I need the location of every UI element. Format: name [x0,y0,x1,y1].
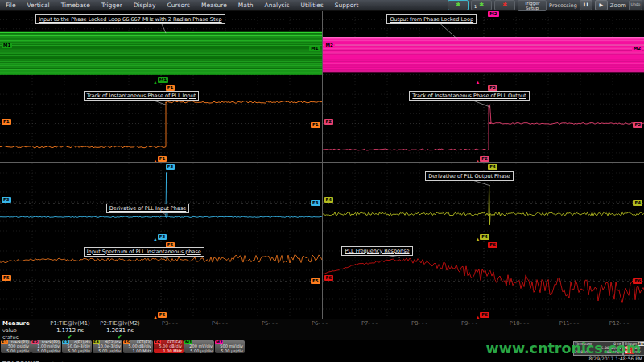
descriptor-hscale-F6: 1.00 MHz [154,349,184,354]
menu-item-cursors[interactable]: Cursors [161,0,196,10]
measure-icon[interactable]: ✱1 [471,0,492,10]
trace-tag-right-M2[interactable]: M2 [632,46,642,51]
descriptor-M2[interactable]: M2500 mV/div5.00 µs/div [215,340,245,353]
measure-name-p9[interactable]: P9- - - [444,320,494,327]
measure-value-p1: 1.1712 ns [45,327,95,334]
measure-table: MeasureP1:TIE@lv(M1)P2:TIE@lv(M2)P3- - -… [0,319,644,340]
menu-item-utilities[interactable]: Utilities [295,0,329,10]
measure-name-p4[interactable]: P4- - - [195,320,245,327]
menu-item-math[interactable]: Math [233,0,259,10]
menu-item-timebase[interactable]: Timebase [56,0,96,10]
panel-track-output-phase[interactable]: Track of Instantaneous Phase of PLL Outp… [323,84,644,162]
trace-tag-bottom-F3[interactable]: F3 [158,234,167,240]
wavescan-icon[interactable]: ✱ [448,0,469,10]
measure-row-label-Measure: Measure [0,320,45,327]
descriptor-F1[interactable]: F1track(P1)500 ps/div5.00 µs/div [1,340,31,353]
measure-name-p1[interactable]: P1:TIE@lv(M1) [45,320,95,327]
trigger-marker-M1: ▲ [154,80,157,84]
panel-pll-input-signal[interactable]: Input to the Phase Locked Loop 66.667 MH… [0,10,322,84]
panel-pll-frequency-response[interactable]: PLL Frequency ResponseF6F6F6F6▲ [323,241,644,319]
measure-name-p2[interactable]: P2:TIE@lv(M2) [95,320,145,327]
panel-title-derivative-output-phase: Derivative of PLL Output Phase [425,171,513,181]
trace-tag-left-F6[interactable]: F6 [324,275,334,281]
trace-tag-right-F3[interactable]: F3 [311,200,320,206]
pause-button[interactable]: ❚❚ [580,0,592,10]
trace-tag-left-M2[interactable]: M2 [324,43,335,48]
descriptor-hscale-M1: 5.00 µs/div [184,349,214,354]
trace-tag-bottom-F5[interactable]: F5 [158,312,167,318]
trace-tag-top-M2[interactable]: M2 [488,11,498,17]
undo-button[interactable]: Undo [629,0,642,10]
measure-name-p12[interactable]: P12- - - [594,320,644,327]
descriptor-hscale-F1: 5.00 µs/div [1,349,31,354]
measure-name-p7[interactable]: P7- - - [345,320,394,327]
panel-input-phase-spectrum[interactable]: Input Spectrum of PLL Instantaneous phas… [0,241,322,319]
measure-value-p2: 1.2031 ns [95,327,145,334]
measure-status-p1: ✔ [45,335,95,340]
measure-name-p6[interactable]: P6- - - [295,320,345,327]
descriptor-F2[interactable]: F2track(P2)1.00 ns/div5.00 µs/div [31,340,61,353]
trace-tag-left-F1[interactable]: F1 [2,119,11,125]
menu-item-support[interactable]: Support [329,0,365,10]
measure-name-p5[interactable]: P5- - - [245,320,295,327]
zoom-label: Zoom [610,2,626,9]
play-button[interactable]: ▶ [595,0,608,10]
trigger-marker-F1: ▲ [154,158,157,162]
trace-tag-right-F6[interactable]: F6 [633,278,642,284]
panel-track-input-phase[interactable]: Track of Instantaneous Phase of PLL Inpu… [0,84,322,162]
menu-item-analysis[interactable]: Analysis [259,0,295,10]
trace-tag-bottom-F1[interactable]: F1 [158,156,167,162]
menu-item-measure[interactable]: Measure [196,0,233,10]
trace-tag-bottom-F2[interactable]: F2 [480,156,489,162]
trace-tag-top-F4[interactable]: F4 [488,164,497,170]
descriptor-F4[interactable]: F4d(F2)/dx10.0e-3/div5.00 µs/div [93,340,122,353]
trigger-marker-F4: ▲ [476,237,479,241]
measure-name-p3[interactable]: P3- - - [145,320,195,327]
waveform-svg-M2 [323,10,644,84]
processing-label: Processing [549,2,577,9]
stop-icon[interactable]: ✱ [494,0,515,10]
datetime-label: 8/29/2017 1:48:56 PM [588,356,642,361]
measure-name-p8[interactable]: P8- - - [394,320,444,327]
trace-tag-top-F3[interactable]: F3 [166,164,175,170]
descriptor-M1[interactable]: M1200 mV/div5.00 µs/div [184,340,214,353]
trace-tag-left-F2[interactable]: F2 [324,119,334,125]
descriptor-F3[interactable]: F3d(F1)/dx50.0e-3/div5.00 µs/div [62,340,92,353]
measure-status-p2: ✔ [95,335,145,340]
oscilloscope-screen: FileVerticalTimebaseTriggerDisplayCursor… [0,0,644,362]
measure-name-p11[interactable]: P11- - - [544,320,594,327]
trace-tag-left-F5[interactable]: F5 [2,275,11,281]
panel-title-pll-input-signal: Input to the Phase Locked Loop 66.667 MH… [35,14,225,24]
panel-derivative-input-phase[interactable]: Derivative of PLL Input PhaseF3F3F3F3▲ [0,163,322,241]
menu-item-trigger[interactable]: Trigger [96,0,128,10]
waveform-svg-F3 [0,163,322,241]
panel-title-track-input-phase: Track of Instantaneous Phase of PLL Inpu… [84,91,200,101]
trace-tag-right-F2[interactable]: F2 [633,122,642,128]
menu-item-file[interactable]: File [0,0,22,10]
trace-tag-left-F4[interactable]: F4 [324,197,334,203]
trace-tag-bottom-M1[interactable]: M1 [158,77,168,83]
menu-item-display[interactable]: Display [128,0,162,10]
trace-tag-right-F5[interactable]: F5 [311,278,320,284]
watermark: www.cntronics.com [486,340,641,356]
panel-derivative-output-phase[interactable]: Derivative of PLL Output PhaseF4F4F4F4▲ [323,163,644,241]
trace-tag-top-F6[interactable]: F6 [488,242,497,248]
descriptor-F6[interactable]: F6FFT(F4)5.00 dB/div1.00 MHz [154,340,184,353]
trace-tag-right-F4[interactable]: F4 [633,200,642,206]
trace-tag-bottom-F6[interactable]: F6 [480,312,489,318]
trace-tag-left-M1[interactable]: M1 [2,43,12,48]
trigger-marker-F3: ▲ [154,237,157,241]
trace-tag-right-M1[interactable]: M1 [309,46,320,51]
trace-tag-right-F1[interactable]: F1 [311,122,320,128]
menu-item-vertical[interactable]: Vertical [22,0,56,10]
descriptor-F5[interactable]: F5FFT(F3)5.00 dB/div1.00 MHz [123,340,153,353]
measure-name-p10[interactable]: P10- - - [494,320,544,327]
descriptor-row: F1track(P1)500 ps/div5.00 µs/divF2track(… [1,340,245,354]
trigger-setup-button[interactable]: Trigger Setup [518,0,547,11]
trace-tag-left-F3[interactable]: F3 [2,197,11,203]
trace-tag-bottom-F4[interactable]: F4 [480,234,489,240]
trigger-marker-F5: ▲ [154,315,157,319]
measure-row-label-value: value [0,327,45,334]
panel-pll-output-signal[interactable]: Output from Phase Locked LoopM2M2M2▲ [323,10,644,84]
brand-logo: TELEDYNELECROY [2,354,69,362]
